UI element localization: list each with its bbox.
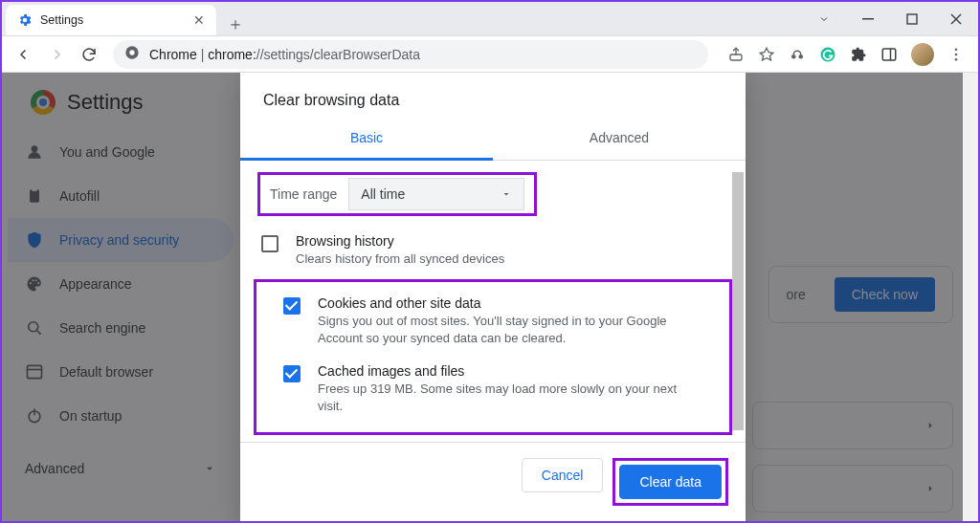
option-desc: Clears history from all synced devices: [296, 251, 504, 268]
dialog-tabs: Basic Advanced: [240, 115, 746, 161]
svg-point-15: [955, 57, 958, 60]
clear-browsing-data-dialog: Clear browsing data Basic Advanced Time …: [240, 73, 746, 521]
option-desc: Signs you out of most sites. You'll stay…: [318, 313, 699, 347]
time-range-select[interactable]: All time: [348, 178, 524, 210]
profile-avatar[interactable]: [911, 43, 934, 66]
svg-rect-6: [730, 54, 742, 60]
close-button[interactable]: [934, 2, 978, 35]
tab-title: Settings: [40, 13, 83, 27]
tab-close-icon[interactable]: ✕: [193, 12, 205, 28]
gear-icon: [17, 12, 33, 28]
dialog-title: Clear browsing data: [240, 73, 746, 115]
omnibox[interactable]: Chrome | chrome://settings/clearBrowserD…: [113, 40, 708, 69]
dialog-body: Time range All time Browsing history Cle…: [240, 161, 746, 442]
dialog-scrollbar[interactable]: [732, 166, 744, 436]
toolbar-actions: [718, 43, 970, 66]
page-scrollbar[interactable]: [963, 73, 978, 521]
titlebar: Settings ✕ ＋: [2, 2, 978, 36]
tab-advanced[interactable]: Advanced: [493, 115, 746, 160]
toolbar: Chrome | chrome://settings/clearBrowserD…: [2, 36, 978, 73]
time-range-row: Time range All time: [257, 172, 537, 216]
grammarly-icon[interactable]: [819, 46, 836, 63]
maximize-button[interactable]: [890, 2, 934, 35]
chevron-down-icon[interactable]: [802, 2, 846, 35]
tab-basic[interactable]: Basic: [240, 115, 493, 160]
svg-point-8: [791, 54, 796, 59]
browser-window: Settings ✕ ＋ Chrome | chrome://settings/…: [0, 0, 980, 523]
scrollbar-thumb[interactable]: [732, 172, 744, 430]
extension-icon-1[interactable]: [789, 46, 806, 63]
back-button[interactable]: [10, 40, 38, 69]
option-cookies[interactable]: Cookies and other site data Signs you ou…: [262, 288, 724, 355]
time-range-value: All time: [361, 186, 405, 202]
page: Settings You and Google Autofill Privacy…: [2, 73, 978, 521]
tab-settings[interactable]: Settings ✕: [6, 5, 216, 35]
forward-button[interactable]: [42, 40, 71, 69]
option-cache[interactable]: Cached images and files Frees up 319 MB.…: [262, 356, 724, 423]
svg-point-14: [955, 53, 958, 55]
option-title: Cached images and files: [318, 363, 699, 379]
option-desc: Frees up 319 MB. Some sites may load mor…: [318, 381, 699, 415]
svg-point-5: [129, 50, 134, 54]
kebab-menu-icon[interactable]: [947, 46, 965, 63]
window-controls: [802, 2, 978, 35]
svg-rect-1: [907, 14, 917, 24]
checkbox[interactable]: [261, 235, 278, 252]
extensions-puzzle-icon[interactable]: [850, 46, 867, 63]
bookmark-star-icon[interactable]: [758, 46, 775, 63]
option-browsing-history[interactable]: Browsing history Clears history from all…: [240, 226, 746, 275]
chevron-down-icon: [501, 188, 512, 200]
clear-data-button[interactable]: Clear data: [619, 465, 722, 499]
dialog-actions: Cancel Clear data: [240, 442, 746, 521]
share-icon[interactable]: [727, 46, 745, 63]
highlight-frame: Clear data: [612, 458, 728, 506]
new-tab-button[interactable]: ＋: [222, 12, 249, 35]
chrome-icon: [124, 45, 140, 63]
reload-button[interactable]: [75, 40, 103, 69]
svg-point-13: [955, 48, 958, 51]
time-range-label: Time range: [270, 186, 337, 202]
omnibox-url: Chrome | chrome://settings/clearBrowserD…: [149, 47, 420, 62]
highlighted-options: Cookies and other site data Signs you ou…: [254, 279, 732, 435]
cancel-button[interactable]: Cancel: [522, 458, 604, 492]
checkbox[interactable]: [283, 365, 301, 382]
checkbox[interactable]: [283, 297, 301, 315]
svg-marker-7: [760, 48, 773, 60]
option-title: Cookies and other site data: [318, 295, 699, 311]
option-title: Browsing history: [296, 233, 504, 249]
minimize-button[interactable]: [846, 2, 890, 35]
side-panel-icon[interactable]: [880, 46, 898, 63]
tabstrip: Settings ✕ ＋: [2, 2, 249, 35]
svg-point-9: [799, 54, 804, 59]
svg-rect-0: [862, 18, 874, 20]
svg-rect-11: [882, 49, 896, 60]
